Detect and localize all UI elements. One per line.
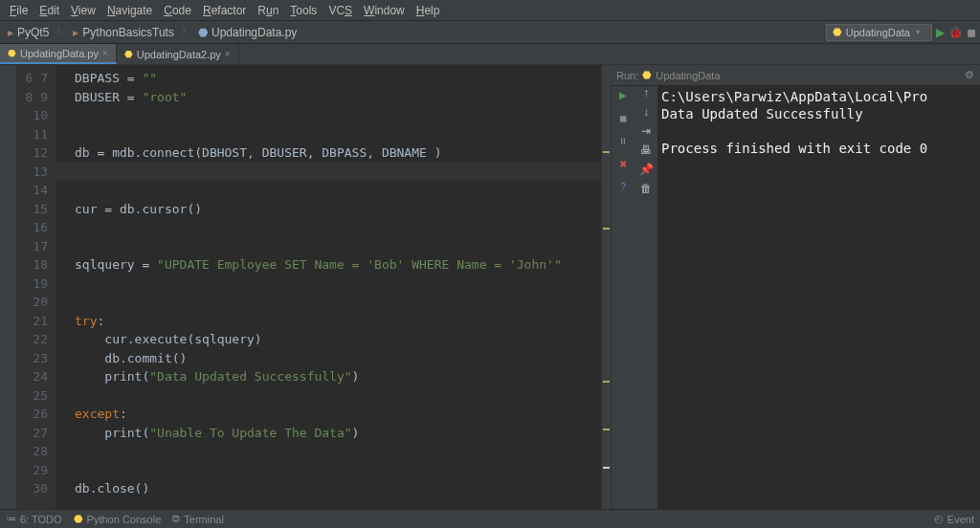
run-config-dropdown[interactable]: ⬣UpdatingData	[826, 24, 932, 41]
stop-button[interactable]: ◼	[967, 26, 976, 39]
menu-code[interactable]: Code	[158, 4, 197, 17]
status-python-console[interactable]: ⬣Python Console	[74, 513, 162, 525]
line-numbers: 6 7 8 9 10 11 12 13 14 15 16 17 18 19 20…	[17, 65, 56, 509]
run-panel-header: Run: ⬣ UpdatingData ⚙	[611, 65, 980, 86]
breadcrumb-label: PyQt5	[17, 26, 49, 39]
code-area[interactable]: DBPASS = "" DBUSER = "root" db = mdb.con…	[56, 65, 601, 509]
up-button[interactable]: ↑	[643, 86, 649, 99]
pause-button[interactable]: ⏸	[614, 132, 632, 149]
menu-bar: File Edit View Navigate Code Refactor Ru…	[0, 0, 980, 21]
breadcrumb-file[interactable]: ⬣UpdatingData.py	[194, 26, 301, 39]
rerun-button[interactable]: ▶	[614, 86, 632, 103]
breadcrumb-root[interactable]: ▸PyQt5	[4, 26, 53, 39]
breadcrumb-folder[interactable]: ▸PythonBasicsTuts	[69, 26, 178, 39]
status-bar: ≔6: TODO ⬣Python Console ⧉Terminal ◴Even…	[0, 509, 980, 528]
tab-updatingdata2[interactable]: ⬣ UpdatingData2.py ×	[117, 44, 239, 64]
debug-button[interactable]: 🐞	[948, 26, 963, 39]
console-output[interactable]: C:\Users\Parwiz\AppData\Local\Pro Data U…	[657, 65, 980, 509]
toolbar: ▸PyQt5 〉 ▸PythonBasicsTuts 〉 ⬣UpdatingDa…	[0, 21, 980, 44]
tab-label: UpdatingData2.py	[137, 49, 221, 60]
menu-help[interactable]: Help	[411, 4, 446, 17]
menu-refactor[interactable]: Refactor	[197, 4, 252, 17]
pin-button[interactable]: 📌	[639, 163, 654, 176]
status-todo[interactable]: ≔6: TODO	[6, 513, 62, 525]
editor-tabs: ⬣ UpdatingData.py × ⬣ UpdatingData2.py ×	[0, 44, 980, 65]
python-icon: ⬣	[642, 69, 652, 81]
menu-run[interactable]: Run	[252, 4, 284, 17]
delete-button[interactable]: 🗑	[640, 182, 652, 195]
help-button[interactable]: ?	[614, 178, 632, 195]
left-gutter	[0, 65, 17, 509]
chevron-right-icon: 〉	[182, 26, 190, 38]
menu-file[interactable]: File	[4, 4, 33, 17]
run-tool-window: ▶ ◼ ⏸ ✖ ? ↑ ↓ ⇥ 🖶 📌 🗑 C:\Users\Parwiz\Ap…	[611, 65, 980, 509]
run-button[interactable]: ▶	[936, 26, 945, 39]
close-icon[interactable]: ×	[225, 49, 231, 59]
down-button[interactable]: ↓	[643, 105, 649, 119]
run-controls-left: ▶ ◼ ⏸ ✖ ?	[612, 65, 635, 509]
folder-icon: ▸	[8, 26, 13, 39]
run-panel-title: Run:	[616, 70, 638, 81]
python-file-icon: ⬣	[124, 49, 133, 59]
breadcrumb-label: PythonBasicsTuts	[82, 26, 174, 39]
menu-vcs[interactable]: VCS	[323, 4, 358, 17]
tab-label: UpdatingData.py	[20, 48, 99, 59]
menu-window[interactable]: Window	[358, 4, 411, 17]
run-config-label: UpdatingData	[846, 27, 910, 38]
tab-updatingdata[interactable]: ⬣ UpdatingData.py ×	[0, 44, 117, 64]
python-file-icon: ⬣	[198, 26, 208, 39]
code-editor[interactable]: 6 7 8 9 10 11 12 13 14 15 16 17 18 19 20…	[17, 65, 611, 509]
folder-icon: ▸	[73, 26, 78, 39]
status-terminal[interactable]: ⧉Terminal	[172, 513, 224, 525]
python-icon: ⬣	[833, 26, 842, 38]
wrap-button[interactable]: ⇥	[641, 124, 651, 138]
menu-tools[interactable]: Tools	[284, 4, 323, 17]
editor-scrollbar[interactable]	[601, 65, 611, 509]
print-button[interactable]: 🖶	[640, 143, 652, 157]
settings-icon[interactable]: ⚙	[965, 69, 974, 81]
run-controls-right: ↑ ↓ ⇥ 🖶 📌 🗑	[635, 65, 657, 509]
menu-edit[interactable]: Edit	[33, 4, 65, 17]
status-event-log[interactable]: ◴Event	[934, 513, 974, 525]
python-file-icon: ⬣	[8, 48, 16, 58]
main-area: 6 7 8 9 10 11 12 13 14 15 16 17 18 19 20…	[0, 65, 980, 509]
chevron-right-icon: 〉	[56, 26, 65, 38]
exit-button[interactable]: ✖	[614, 155, 632, 172]
run-panel-name: UpdatingData	[656, 70, 720, 81]
stop-button[interactable]: ◼	[614, 109, 632, 126]
menu-navigate[interactable]: Navigate	[101, 4, 158, 17]
breadcrumb-label: UpdatingData.py	[212, 26, 297, 39]
close-icon[interactable]: ×	[102, 48, 108, 58]
menu-view[interactable]: View	[65, 4, 101, 17]
